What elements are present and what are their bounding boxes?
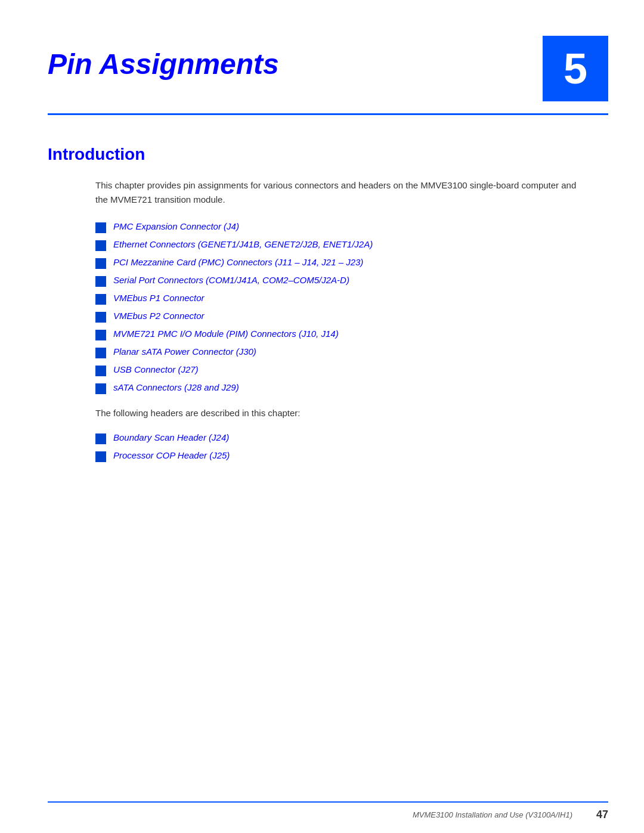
bullet-icon: [95, 451, 106, 462]
bullet-icon: [95, 433, 106, 444]
bullet-icon: [95, 348, 106, 358]
section-title: Introduction: [48, 145, 596, 164]
connector-link[interactable]: Serial Port Connectors (COM1/J41A, COM2–…: [113, 275, 349, 285]
header-link[interactable]: Boundary Scan Header (J24): [113, 432, 229, 442]
chapter-title: Pin Assignments: [48, 48, 279, 80]
connector-link[interactable]: Ethernet Connectors (GENET1/J41B, GENET2…: [113, 239, 373, 249]
list-item: Planar sATA Power Connector (J30): [95, 346, 596, 358]
page-footer: MVME3100 Installation and Use (V3100A/IH…: [0, 801, 644, 833]
list-item: Processor COP Header (J25): [95, 450, 596, 462]
bullet-icon: [95, 366, 106, 376]
connector-link[interactable]: sATA Connectors (J28 and J29): [113, 382, 239, 392]
footer-doc-title: MVME3100 Installation and Use (V3100A/IH…: [413, 810, 572, 819]
page-container: Pin Assignments 5 Introduction This chap…: [0, 0, 644, 833]
headers-list: Boundary Scan Header (J24) Processor COP…: [95, 432, 596, 462]
main-content: Introduction This chapter provides pin a…: [0, 115, 644, 504]
list-item: Serial Port Connectors (COM1/J41A, COM2–…: [95, 275, 596, 287]
list-item: MVME721 PMC I/O Module (PIM) Connectors …: [95, 329, 596, 340]
footer-content: MVME3100 Installation and Use (V3100A/IH…: [48, 809, 608, 821]
list-item: PCI Mezzanine Card (PMC) Connectors (J11…: [95, 257, 596, 269]
connector-link[interactable]: Planar sATA Power Connector (J30): [113, 346, 256, 357]
bullet-icon: [95, 222, 106, 233]
list-item: USB Connector (J27): [95, 364, 596, 376]
chapter-header: Pin Assignments 5: [0, 0, 644, 101]
bullet-icon: [95, 330, 106, 340]
connector-link[interactable]: VMEbus P2 Connector: [113, 311, 205, 321]
footer-rule: [48, 801, 608, 803]
bullet-icon: [95, 276, 106, 287]
bullet-icon: [95, 294, 106, 305]
connector-link[interactable]: VMEbus P1 Connector: [113, 293, 205, 303]
list-item: VMEbus P2 Connector: [95, 311, 596, 323]
bullet-icon: [95, 258, 106, 269]
bullet-icon: [95, 312, 106, 323]
list-item: Ethernet Connectors (GENET1/J41B, GENET2…: [95, 239, 596, 251]
chapter-number: 5: [564, 44, 587, 93]
bullet-icon: [95, 240, 106, 251]
header-link[interactable]: Processor COP Header (J25): [113, 450, 230, 460]
list-item: VMEbus P1 Connector: [95, 293, 596, 305]
intro-paragraph: This chapter provides pin assignments fo…: [95, 178, 584, 207]
list-item: sATA Connectors (J28 and J29): [95, 382, 596, 394]
connector-link[interactable]: PCI Mezzanine Card (PMC) Connectors (J11…: [113, 257, 363, 267]
headers-intro-paragraph: The following headers are described in t…: [95, 406, 584, 420]
bullet-icon: [95, 383, 106, 394]
connector-list: PMC Expansion Connector (J4) Ethernet Co…: [95, 221, 596, 394]
list-item: PMC Expansion Connector (J4): [95, 221, 596, 233]
chapter-number-box: 5: [543, 36, 608, 101]
list-item: Boundary Scan Header (J24): [95, 432, 596, 444]
connector-link[interactable]: PMC Expansion Connector (J4): [113, 221, 239, 231]
connector-link[interactable]: USB Connector (J27): [113, 364, 199, 374]
footer-page-number: 47: [596, 809, 608, 821]
connector-link[interactable]: MVME721 PMC I/O Module (PIM) Connectors …: [113, 329, 339, 339]
